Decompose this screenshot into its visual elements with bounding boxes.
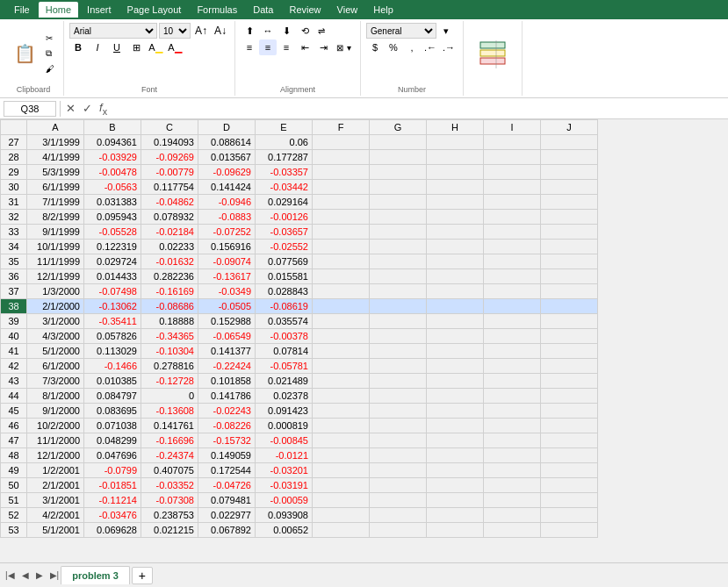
increase-font-btn[interactable]: A↑ xyxy=(192,23,210,39)
row-number[interactable]: 48 xyxy=(1,448,27,463)
table-row[interactable]: 3410/1/19990.1223190.022330.156916-0.025… xyxy=(1,240,598,254)
cell-g46[interactable] xyxy=(370,419,427,433)
cell-d35[interactable]: -0.09074 xyxy=(198,254,256,269)
cell-c35[interactable]: -0.01632 xyxy=(141,254,198,269)
cell-d48[interactable]: 0.149059 xyxy=(198,448,256,463)
cell-c50[interactable]: -0.03352 xyxy=(141,478,198,493)
row-number[interactable]: 36 xyxy=(1,269,27,284)
cell-j52[interactable] xyxy=(541,508,598,523)
cell-i31[interactable] xyxy=(484,195,541,210)
cell-f37[interactable] xyxy=(313,284,370,299)
table-row[interactable]: 404/3/20000.057826-0.34365-0.06549-0.003… xyxy=(1,329,598,344)
comma-btn[interactable]: , xyxy=(403,39,421,55)
table-row[interactable]: 273/1/19990.0943610.1940930.0886140.06 xyxy=(1,135,598,150)
paste-button[interactable]: 📋 xyxy=(9,43,40,64)
table-row[interactable]: 513/1/2001-0.11214-0.073080.079481-0.000… xyxy=(1,493,598,508)
cell-h31[interactable] xyxy=(427,195,484,210)
align-center-btn[interactable]: ≡ xyxy=(259,39,277,55)
cell-a39[interactable]: 3/1/2000 xyxy=(27,314,84,329)
cell-i44[interactable] xyxy=(484,389,541,404)
tab-home[interactable]: Home xyxy=(39,2,78,18)
cell-f48[interactable] xyxy=(313,448,370,463)
cell-g32[interactable] xyxy=(370,210,427,225)
row-number[interactable]: 45 xyxy=(1,404,27,419)
cell-e38[interactable]: -0.08619 xyxy=(256,299,313,314)
cell-b38[interactable]: -0.13062 xyxy=(84,299,141,314)
tab-file[interactable]: File xyxy=(7,2,37,18)
cell-j53[interactable] xyxy=(541,523,598,538)
cell-g49[interactable] xyxy=(370,463,427,478)
increase-indent-btn[interactable]: ⇥ xyxy=(314,39,332,55)
cell-e35[interactable]: 0.077569 xyxy=(256,254,313,269)
currency-btn[interactable]: $ xyxy=(366,39,384,55)
cell-d52[interactable]: 0.022977 xyxy=(198,508,256,523)
format-painter-button[interactable]: 🖌 xyxy=(42,62,58,75)
cell-a33[interactable]: 9/1/1999 xyxy=(27,225,84,240)
cell-a37[interactable]: 1/3/2000 xyxy=(27,284,84,299)
cell-f40[interactable] xyxy=(313,329,370,344)
row-number[interactable]: 27 xyxy=(1,135,27,150)
cell-b50[interactable]: -0.01851 xyxy=(84,478,141,493)
cell-f45[interactable] xyxy=(313,404,370,419)
cell-c28[interactable]: -0.09269 xyxy=(141,150,198,165)
cell-c29[interactable]: -0.00779 xyxy=(141,165,198,180)
cell-e42[interactable]: -0.05781 xyxy=(256,359,313,374)
table-row[interactable]: 382/1/2000-0.13062-0.08686-0.0505-0.0861… xyxy=(1,299,598,314)
cell-g28[interactable] xyxy=(370,150,427,165)
row-number[interactable]: 40 xyxy=(1,329,27,344)
row-number[interactable]: 35 xyxy=(1,254,27,269)
row-number[interactable]: 49 xyxy=(1,463,27,478)
table-row[interactable]: 448/1/20000.08479700.1417860.02378 xyxy=(1,389,598,404)
copy-button[interactable]: ⧉ xyxy=(42,47,58,61)
col-header-f[interactable]: F xyxy=(313,120,370,135)
percent-btn[interactable]: % xyxy=(385,39,402,55)
table-row[interactable]: 4711/1/20000.048299-0.16696-0.15732-0.00… xyxy=(1,433,598,448)
cut-button[interactable]: ✂ xyxy=(42,32,58,45)
table-row[interactable]: 339/1/1999-0.05528-0.02184-0.07252-0.036… xyxy=(1,225,598,240)
row-number[interactable]: 51 xyxy=(1,493,27,508)
table-row[interactable]: 328/2/19990.0959430.078932-0.0883-0.0012… xyxy=(1,210,598,225)
cell-f46[interactable] xyxy=(313,419,370,433)
cell-h36[interactable] xyxy=(427,269,484,284)
cell-b43[interactable]: 0.010385 xyxy=(84,374,141,389)
cell-i36[interactable] xyxy=(484,269,541,284)
cell-b28[interactable]: -0.03929 xyxy=(84,150,141,165)
cell-i48[interactable] xyxy=(484,448,541,463)
cell-h50[interactable] xyxy=(427,478,484,493)
cell-f44[interactable] xyxy=(313,389,370,404)
col-header-c[interactable]: C xyxy=(141,120,198,135)
cell-d34[interactable]: 0.156916 xyxy=(198,240,256,254)
cell-d32[interactable]: -0.0883 xyxy=(198,210,256,225)
cell-e31[interactable]: 0.029164 xyxy=(256,195,313,210)
cell-a42[interactable]: 6/1/2000 xyxy=(27,359,84,374)
sheet-nav-first[interactable]: |◀ xyxy=(4,570,17,580)
wrap-text-button[interactable]: ⇌ xyxy=(314,23,330,39)
cell-g34[interactable] xyxy=(370,240,427,254)
cell-e45[interactable]: 0.091423 xyxy=(256,404,313,419)
cell-e41[interactable]: 0.07814 xyxy=(256,344,313,359)
cell-i30[interactable] xyxy=(484,180,541,195)
table-row[interactable]: 502/1/2001-0.01851-0.03352-0.04726-0.031… xyxy=(1,478,598,493)
table-row[interactable]: 317/1/19990.031383-0.04862-0.09460.02916… xyxy=(1,195,598,210)
cell-c40[interactable]: -0.34365 xyxy=(141,329,198,344)
cell-a29[interactable]: 5/3/1999 xyxy=(27,165,84,180)
cell-e33[interactable]: -0.03657 xyxy=(256,225,313,240)
cell-f32[interactable] xyxy=(313,210,370,225)
table-row[interactable]: 3612/1/19990.0144330.282236-0.136170.015… xyxy=(1,269,598,284)
cell-j43[interactable] xyxy=(541,374,598,389)
tab-formulas[interactable]: Formulas xyxy=(190,2,244,18)
table-row[interactable]: 524/2/2001-0.034760.2387530.0229770.0939… xyxy=(1,508,598,523)
decrease-decimal-btn[interactable]: .← xyxy=(422,39,439,55)
col-header-g[interactable]: G xyxy=(370,120,427,135)
cell-a38[interactable]: 2/1/2000 xyxy=(27,299,84,314)
cell-f33[interactable] xyxy=(313,225,370,240)
cell-j30[interactable] xyxy=(541,180,598,195)
cell-a45[interactable]: 9/1/2000 xyxy=(27,404,84,419)
cell-g53[interactable] xyxy=(370,523,427,538)
table-row[interactable]: 284/1/1999-0.03929-0.092690.0135670.1772… xyxy=(1,150,598,165)
col-header-i[interactable]: I xyxy=(484,120,541,135)
cell-g36[interactable] xyxy=(370,269,427,284)
cell-d44[interactable]: 0.141786 xyxy=(198,389,256,404)
table-row[interactable]: 459/1/20000.083695-0.13608-0.022430.0914… xyxy=(1,404,598,419)
align-right-btn[interactable]: ≡ xyxy=(278,39,295,55)
